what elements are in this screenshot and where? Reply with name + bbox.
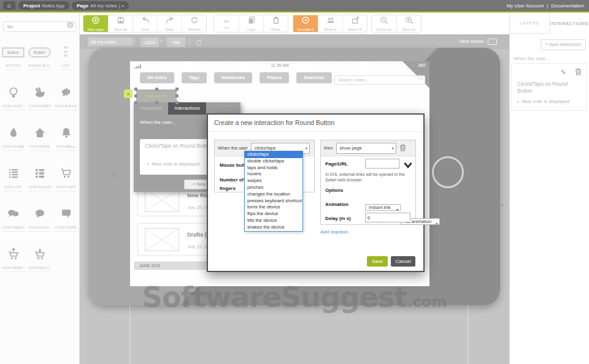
library-item-bullets[interactable]: ICON BULLETS	[26, 161, 53, 201]
library-item-list-icon[interactable]: ICON LIST	[0, 161, 26, 201]
edit-pencil-icon[interactable]: ✎	[561, 69, 566, 77]
page-height-input[interactable]	[167, 37, 185, 47]
selection-handle[interactable]	[134, 88, 137, 91]
notes-tab[interactable]: Places	[260, 72, 289, 83]
library-item-bell[interactable]: ICON BELL	[53, 120, 79, 161]
library-item-add-cart[interactable]: ICON ADD C...	[26, 241, 53, 282]
refresh-button[interactable]: Refresh	[182, 15, 206, 32]
paste-button[interactable]: Paste	[263, 15, 288, 32]
simulate-button[interactable]: Simulate ▾	[293, 15, 318, 32]
delay-input[interactable]	[365, 213, 410, 222]
library-item-home[interactable]: ICON HOME	[26, 120, 53, 161]
add-reaction-link[interactable]: Add reaction	[320, 229, 348, 235]
modal-title: Create a new interaction for Round Butto…	[208, 115, 423, 132]
notes-tab[interactable]: All notes	[140, 72, 174, 83]
library-item-round-speech[interactable]: ICON ROUN...	[26, 201, 53, 241]
when-the-user-label: When the user	[218, 145, 248, 151]
interaction-card[interactable]: ✎ Clicks/Taps on Round Button • New note…	[511, 63, 587, 111]
library-item-speech[interactable]: ICON SPEEC...	[0, 201, 26, 241]
dropdown-option[interactable]: swipes	[245, 178, 302, 184]
reaction-select[interactable]: show page ▾	[336, 143, 396, 154]
library-search-input[interactable]	[3, 21, 76, 32]
expand-pages-icon[interactable]	[404, 160, 412, 171]
library-item-flame[interactable]: ICON FLAME	[0, 120, 26, 161]
save-as-button[interactable]: Save as	[108, 15, 133, 32]
collapse-panel-arrow[interactable]: ›	[501, 201, 504, 208]
notes-tab[interactable]: Tags	[182, 72, 207, 83]
hide-frame-button[interactable]: Hide frame	[460, 39, 483, 44]
selection-handle[interactable]	[134, 101, 137, 104]
home-icon[interactable]: ⌂	[3, 1, 15, 10]
selected-new-note-button[interactable]: New note	[136, 89, 177, 102]
library-item-remove-cart[interactable]: ICON REMO...	[0, 241, 26, 282]
project-pill[interactable]: Project Notes App	[18, 1, 69, 10]
library-item-round-button[interactable]: Button ROUND BUT...	[26, 39, 53, 80]
new-interaction-button[interactable]: + New interaction	[541, 39, 586, 50]
page-name-input[interactable]	[88, 37, 133, 46]
tab-interactions[interactable]: Interactions	[168, 102, 206, 115]
library-item-cart[interactable]: ICON CART	[53, 161, 79, 201]
export-button[interactable]: Export ▾	[342, 15, 367, 32]
cancel-button[interactable]: Cancel	[391, 256, 415, 267]
remove-from-cart-icon	[7, 245, 20, 264]
frame-icon[interactable]	[488, 39, 497, 45]
dropdown-option[interactable]: hovers	[245, 171, 302, 178]
cut-button[interactable]: ✂ Cut	[214, 15, 239, 32]
selection-handle[interactable]	[155, 88, 158, 91]
chevron-down-icon[interactable]: ▾	[122, 4, 124, 8]
selection-handle[interactable]	[175, 94, 179, 97]
library-item-comment[interactable]: ICON COMM...	[53, 201, 79, 241]
dropdown-option[interactable]: flips the device	[245, 211, 302, 218]
clear-search-icon[interactable]: ×	[67, 21, 74, 28]
page-pill[interactable]: Page All my notes | ▾	[72, 1, 129, 10]
dropdown-option[interactable]: taps and holds	[245, 165, 302, 172]
battery-icon	[418, 63, 426, 67]
when-the-user-label: When the user...	[514, 56, 549, 61]
tab-properties[interactable]: Properties	[134, 102, 168, 115]
library-item-list[interactable]: abcdefghi LIST	[53, 39, 79, 80]
zoom-out-button[interactable]: Zoom out	[372, 15, 396, 32]
share-button[interactable]: Share ▾	[318, 15, 342, 32]
dropdown-option[interactable]: double clicks/taps	[245, 158, 302, 165]
dropdown-option[interactable]: tilts the device	[245, 218, 302, 224]
tablet-home-button[interactable]	[432, 156, 464, 188]
library-item-rabbit[interactable]: ICON RABBIT	[26, 80, 53, 120]
library-item-bullhorn[interactable]: ICON BULLH...	[53, 80, 79, 120]
copy-button[interactable]: Copy	[239, 15, 263, 32]
library-item-button[interactable]: Button BUTTON	[0, 39, 26, 80]
trash-icon[interactable]	[399, 143, 406, 154]
selection-handle[interactable]	[134, 94, 137, 97]
ios-note: In iOS, external links will be opened in…	[325, 172, 415, 183]
notes-tab[interactable]: Searches	[296, 72, 331, 83]
dropdown-option[interactable]: changes the location	[245, 191, 302, 198]
trash-icon[interactable]	[575, 67, 582, 78]
account-link[interactable]: My User Account	[507, 3, 544, 9]
page-width-input[interactable]	[141, 37, 159, 47]
dropdown-option[interactable]: shakes the device	[245, 224, 302, 231]
selection-handle[interactable]	[175, 88, 179, 91]
dropdown-option[interactable]: turns the device	[245, 204, 302, 211]
dropdown-option[interactable]: pinches	[245, 184, 302, 191]
refresh-icon	[190, 16, 199, 27]
notes-search-input[interactable]	[334, 75, 425, 85]
undo-button[interactable]: Undo	[133, 15, 157, 32]
notes-tab[interactable]: Notebooks	[214, 72, 253, 83]
documentation-link[interactable]: Documentation	[551, 3, 584, 9]
dropdown-option[interactable]: clicks/taps	[245, 151, 302, 158]
selection-handle[interactable]	[155, 101, 158, 104]
dropdown-option[interactable]: presses keyboard shortcut	[245, 198, 302, 205]
save-button[interactable]: Save	[367, 256, 388, 267]
page-url-input[interactable]	[365, 159, 399, 169]
redo-button[interactable]: Redo	[157, 15, 182, 32]
new-page-button[interactable]: New page	[83, 15, 108, 32]
selection-handle[interactable]	[175, 101, 179, 104]
redo-icon	[166, 16, 174, 27]
selection-badge[interactable]: ▲	[124, 89, 133, 98]
zoom-in-button[interactable]: Zoom in	[396, 15, 421, 32]
interaction-title: Clicks/Taps on Round Button	[517, 81, 580, 94]
library-item-lightbulb[interactable]: ICON LIGHT...	[0, 80, 26, 120]
add-to-cart-icon	[33, 245, 47, 264]
tab-interactions[interactable]: INTERACTIONS	[549, 13, 589, 34]
options-select[interactable]: Instant link ▾	[365, 204, 401, 211]
tab-layers[interactable]: LAYERS	[510, 13, 549, 34]
